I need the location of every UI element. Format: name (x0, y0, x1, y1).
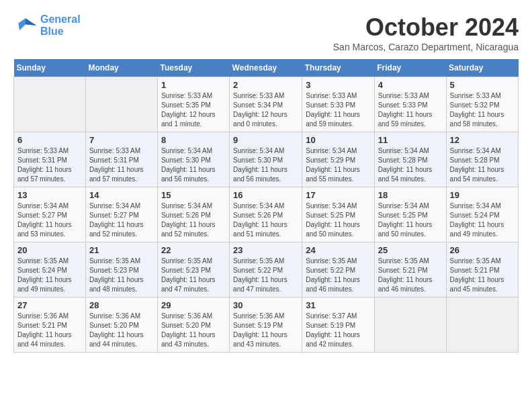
weekday-header-row: SundayMondayTuesdayWednesdayThursdayFrid… (14, 59, 519, 77)
day-number: 25 (378, 245, 443, 255)
calendar-week-row: 27Sunrise: 5:36 AMSunset: 5:21 PMDayligh… (14, 298, 519, 353)
day-info: Sunrise: 5:34 AMSunset: 5:24 PMDaylight:… (450, 201, 515, 239)
calendar-day-20: 20Sunrise: 5:35 AMSunset: 5:24 PMDayligh… (14, 242, 86, 298)
day-number: 26 (450, 245, 515, 255)
month-title: October 2024 (333, 13, 519, 42)
day-info: Sunrise: 5:34 AMSunset: 5:30 PMDaylight:… (161, 146, 226, 184)
svg-marker-1 (26, 18, 36, 26)
day-number: 30 (233, 300, 298, 310)
calendar-day-21: 21Sunrise: 5:35 AMSunset: 5:23 PMDayligh… (85, 242, 157, 298)
day-info: Sunrise: 5:35 AMSunset: 5:22 PMDaylight:… (233, 257, 298, 294)
day-info: Sunrise: 5:34 AMSunset: 5:28 PMDaylight:… (378, 146, 443, 184)
day-number: 1 (161, 80, 226, 90)
day-number: 16 (233, 190, 298, 200)
day-number: 10 (306, 135, 370, 145)
calendar-day-17: 17Sunrise: 5:34 AMSunset: 5:25 PMDayligh… (302, 187, 374, 242)
weekday-header-monday: Monday (85, 59, 157, 77)
day-number: 9 (233, 135, 298, 145)
location-subtitle: San Marcos, Carazo Department, Nicaragua (333, 42, 519, 52)
day-info: Sunrise: 5:37 AMSunset: 5:19 PMDaylight:… (306, 312, 370, 349)
day-number: 14 (89, 190, 154, 200)
logo-text-blue: Blue (40, 26, 81, 38)
day-info: Sunrise: 5:36 AMSunset: 5:20 PMDaylight:… (161, 312, 226, 349)
day-number: 12 (450, 135, 515, 145)
day-number: 18 (378, 190, 443, 200)
calendar-empty-cell (85, 77, 157, 132)
day-info: Sunrise: 5:33 AMSunset: 5:34 PMDaylight:… (233, 91, 298, 129)
calendar-day-30: 30Sunrise: 5:36 AMSunset: 5:19 PMDayligh… (230, 298, 302, 353)
calendar-day-31: 31Sunrise: 5:37 AMSunset: 5:19 PMDayligh… (302, 298, 374, 353)
weekday-header-wednesday: Wednesday (230, 59, 302, 77)
day-info: Sunrise: 5:36 AMSunset: 5:21 PMDaylight:… (17, 312, 82, 349)
calendar-week-row: 13Sunrise: 5:34 AMSunset: 5:27 PMDayligh… (14, 187, 519, 242)
calendar-day-24: 24Sunrise: 5:35 AMSunset: 5:22 PMDayligh… (302, 242, 374, 298)
day-number: 5 (450, 80, 515, 90)
day-number: 13 (17, 190, 82, 200)
calendar-day-25: 25Sunrise: 5:35 AMSunset: 5:21 PMDayligh… (374, 242, 446, 298)
calendar-day-5: 5Sunrise: 5:33 AMSunset: 5:32 PMDaylight… (446, 77, 518, 132)
day-info: Sunrise: 5:34 AMSunset: 5:25 PMDaylight:… (306, 201, 370, 239)
weekday-header-friday: Friday (374, 59, 446, 77)
calendar-day-1: 1Sunrise: 5:33 AMSunset: 5:35 PMDaylight… (157, 77, 229, 132)
day-info: Sunrise: 5:35 AMSunset: 5:22 PMDaylight:… (306, 257, 370, 294)
day-info: Sunrise: 5:36 AMSunset: 5:20 PMDaylight:… (89, 312, 154, 349)
calendar-day-3: 3Sunrise: 5:33 AMSunset: 5:33 PMDaylight… (302, 77, 374, 132)
day-info: Sunrise: 5:34 AMSunset: 5:29 PMDaylight:… (306, 146, 370, 184)
calendar-day-19: 19Sunrise: 5:34 AMSunset: 5:24 PMDayligh… (446, 187, 518, 242)
day-number: 6 (17, 135, 82, 145)
calendar-day-10: 10Sunrise: 5:34 AMSunset: 5:29 PMDayligh… (302, 132, 374, 187)
day-info: Sunrise: 5:33 AMSunset: 5:32 PMDaylight:… (450, 91, 515, 129)
day-info: Sunrise: 5:34 AMSunset: 5:25 PMDaylight:… (378, 201, 443, 239)
day-number: 24 (306, 245, 370, 255)
day-info: Sunrise: 5:34 AMSunset: 5:27 PMDaylight:… (89, 201, 154, 239)
calendar-day-14: 14Sunrise: 5:34 AMSunset: 5:27 PMDayligh… (85, 187, 157, 242)
calendar-empty-cell (446, 298, 518, 353)
calendar-week-row: 1Sunrise: 5:33 AMSunset: 5:35 PMDaylight… (14, 77, 519, 132)
day-number: 17 (306, 190, 370, 200)
logo: General Blue (13, 13, 81, 38)
day-info: Sunrise: 5:34 AMSunset: 5:26 PMDaylight:… (233, 201, 298, 239)
calendar-table: SundayMondayTuesdayWednesdayThursdayFrid… (13, 59, 519, 353)
day-info: Sunrise: 5:33 AMSunset: 5:35 PMDaylight:… (161, 91, 226, 129)
calendar-week-row: 6Sunrise: 5:33 AMSunset: 5:31 PMDaylight… (14, 132, 519, 187)
calendar-empty-cell (374, 298, 446, 353)
day-info: Sunrise: 5:35 AMSunset: 5:23 PMDaylight:… (161, 257, 226, 294)
day-number: 3 (306, 80, 370, 90)
day-info: Sunrise: 5:35 AMSunset: 5:24 PMDaylight:… (17, 257, 82, 294)
day-number: 23 (233, 245, 298, 255)
day-info: Sunrise: 5:34 AMSunset: 5:30 PMDaylight:… (233, 146, 298, 184)
calendar-day-29: 29Sunrise: 5:36 AMSunset: 5:20 PMDayligh… (157, 298, 229, 353)
day-info: Sunrise: 5:33 AMSunset: 5:33 PMDaylight:… (306, 91, 370, 129)
logo-text-general: General (40, 13, 81, 26)
calendar-day-13: 13Sunrise: 5:34 AMSunset: 5:27 PMDayligh… (14, 187, 86, 242)
day-info: Sunrise: 5:35 AMSunset: 5:21 PMDaylight:… (378, 257, 443, 294)
calendar-day-12: 12Sunrise: 5:34 AMSunset: 5:28 PMDayligh… (446, 132, 518, 187)
calendar-day-4: 4Sunrise: 5:33 AMSunset: 5:33 PMDaylight… (374, 77, 446, 132)
day-number: 2 (233, 80, 298, 90)
calendar-day-28: 28Sunrise: 5:36 AMSunset: 5:20 PMDayligh… (85, 298, 157, 353)
logo-icon (13, 13, 38, 38)
calendar-day-22: 22Sunrise: 5:35 AMSunset: 5:23 PMDayligh… (157, 242, 229, 298)
weekday-header-sunday: Sunday (14, 59, 86, 77)
calendar-day-9: 9Sunrise: 5:34 AMSunset: 5:30 PMDaylight… (230, 132, 302, 187)
calendar-day-26: 26Sunrise: 5:35 AMSunset: 5:21 PMDayligh… (446, 242, 518, 298)
day-number: 27 (17, 300, 82, 310)
calendar-day-27: 27Sunrise: 5:36 AMSunset: 5:21 PMDayligh… (14, 298, 86, 353)
page-container: General Blue October 2024 San Marcos, Ca… (13, 13, 519, 353)
calendar-day-2: 2Sunrise: 5:33 AMSunset: 5:34 PMDaylight… (230, 77, 302, 132)
calendar-day-11: 11Sunrise: 5:34 AMSunset: 5:28 PMDayligh… (374, 132, 446, 187)
calendar-day-23: 23Sunrise: 5:35 AMSunset: 5:22 PMDayligh… (230, 242, 302, 298)
day-info: Sunrise: 5:34 AMSunset: 5:26 PMDaylight:… (161, 201, 226, 239)
calendar-day-8: 8Sunrise: 5:34 AMSunset: 5:30 PMDaylight… (157, 132, 229, 187)
day-number: 8 (161, 135, 226, 145)
day-info: Sunrise: 5:35 AMSunset: 5:21 PMDaylight:… (450, 257, 515, 294)
day-info: Sunrise: 5:33 AMSunset: 5:31 PMDaylight:… (89, 146, 154, 184)
day-info: Sunrise: 5:34 AMSunset: 5:27 PMDaylight:… (17, 201, 82, 239)
day-number: 15 (161, 190, 226, 200)
calendar-day-6: 6Sunrise: 5:33 AMSunset: 5:31 PMDaylight… (14, 132, 86, 187)
weekday-header-saturday: Saturday (446, 59, 518, 77)
day-number: 11 (378, 135, 443, 145)
title-section: October 2024 San Marcos, Carazo Departme… (333, 13, 519, 52)
day-number: 7 (89, 135, 154, 145)
calendar-week-row: 20Sunrise: 5:35 AMSunset: 5:24 PMDayligh… (14, 242, 519, 298)
